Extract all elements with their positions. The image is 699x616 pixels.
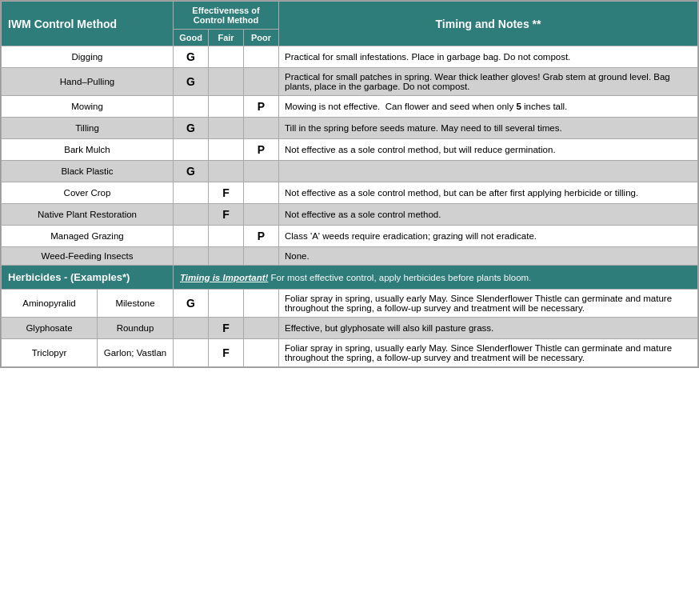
method-weedinsects: Weed-Feeding Insects bbox=[2, 247, 174, 266]
notes-handpulling: Practical for small patches in spring. W… bbox=[279, 68, 698, 96]
method-managedgrazing: Managed Grazing bbox=[2, 226, 174, 247]
herb-product-glyphosate: Roundup bbox=[98, 318, 174, 339]
herb-product-aminopyralid: Milestone bbox=[98, 290, 174, 318]
fair-aminopyralid bbox=[209, 290, 244, 318]
poor-tilling bbox=[244, 118, 279, 139]
notes-digging: Practical for small infestations. Place … bbox=[279, 46, 698, 68]
notes-nativeplant: Not effective as a sole control method. bbox=[279, 204, 698, 226]
fair-managedgrazing bbox=[209, 226, 244, 247]
herb-name-aminopyralid: Aminopyralid bbox=[2, 290, 98, 318]
row-managedgrazing: Managed Grazing P Class 'A' weeds requir… bbox=[2, 226, 698, 247]
timing-underline-em: Timing is Important! bbox=[180, 273, 268, 282]
herbicides-section-label: Herbicides - (Examples*) bbox=[2, 266, 174, 290]
fair-tilling bbox=[209, 118, 244, 139]
rating-mowing: P bbox=[244, 96, 279, 118]
header-poor: Poor bbox=[244, 30, 279, 46]
herb-product-triclopyr: Garlon; Vastlan bbox=[98, 339, 174, 367]
notes-glyphosate: Effective, but glyphosate will also kill… bbox=[279, 318, 698, 339]
notes-managedgrazing: Class 'A' weeds require eradication; gra… bbox=[279, 226, 698, 247]
poor-digging bbox=[244, 46, 279, 68]
method-digging: Digging bbox=[2, 46, 174, 68]
notes-tilling: Till in the spring before seeds mature. … bbox=[279, 118, 698, 139]
rating-blackplastic: G bbox=[174, 161, 209, 182]
method-barkmulch: Bark Mulch bbox=[2, 139, 174, 161]
timing-underline-text: Timing is Important! bbox=[180, 273, 268, 282]
poor-weedinsects bbox=[244, 247, 279, 266]
notes-blackplastic bbox=[279, 161, 698, 182]
rating-managedgrazing: P bbox=[244, 226, 279, 247]
method-mowing: Mowing bbox=[2, 96, 174, 118]
row-covercrop: Cover Crop F Not effective as a sole con… bbox=[2, 182, 698, 204]
notes-aminopyralid: Foliar spray in spring, usually early Ma… bbox=[279, 290, 698, 318]
fair-mowing bbox=[209, 96, 244, 118]
bold-5: 5 bbox=[516, 102, 521, 111]
fair-blackplastic bbox=[209, 161, 244, 182]
main-wrapper: IWM Control Method Effectiveness of Cont… bbox=[0, 0, 699, 368]
rating-glyphosate: F bbox=[209, 318, 244, 339]
notes-weedinsects: None. bbox=[279, 247, 698, 266]
timing-rest: For most effective control, apply herbic… bbox=[268, 273, 531, 282]
good-managedgrazing bbox=[174, 226, 209, 247]
fair-handpulling bbox=[209, 68, 244, 96]
fair-barkmulch bbox=[209, 139, 244, 161]
fair-weedinsects bbox=[209, 247, 244, 266]
method-tilling: Tilling bbox=[2, 118, 174, 139]
good-weedinsects bbox=[174, 247, 209, 266]
good-triclopyr bbox=[174, 339, 209, 367]
full-table: IWM Control Method Effectiveness of Cont… bbox=[1, 1, 698, 367]
poor-blackplastic bbox=[244, 161, 279, 182]
header-effectiveness-label: Effectiveness of Control Method bbox=[174, 2, 279, 30]
good-nativeplant bbox=[174, 204, 209, 226]
header-good: Good bbox=[174, 30, 209, 46]
row-barkmulch: Bark Mulch P Not effective as a sole con… bbox=[2, 139, 698, 161]
poor-triclopyr bbox=[244, 339, 279, 367]
method-handpulling: Hand–Pulling bbox=[2, 68, 174, 96]
herbicides-timing-note: Timing is Important! For most effective … bbox=[174, 266, 698, 290]
header-row-1: IWM Control Method Effectiveness of Cont… bbox=[2, 2, 698, 30]
row-aminopyralid: Aminopyralid Milestone G Foliar spray in… bbox=[2, 290, 698, 318]
row-nativeplant: Native Plant Restoration F Not effective… bbox=[2, 204, 698, 226]
good-mowing bbox=[174, 96, 209, 118]
rating-covercrop: F bbox=[209, 182, 244, 204]
good-glyphosate bbox=[174, 318, 209, 339]
notes-mowing: Mowing is not effective. Can flower and … bbox=[279, 96, 698, 118]
row-blackplastic: Black Plastic G bbox=[2, 161, 698, 182]
timing-underline: Timing is Important! bbox=[180, 273, 268, 282]
herb-name-triclopyr: Triclopyr bbox=[2, 339, 98, 367]
header-iwm-label: IWM Control Method bbox=[2, 2, 174, 46]
herbicides-divider-row: Herbicides - (Examples*) Timing is Impor… bbox=[2, 266, 698, 290]
row-weedinsects: Weed-Feeding Insects None. bbox=[2, 247, 698, 266]
good-barkmulch bbox=[174, 139, 209, 161]
row-mowing: Mowing P Mowing is not effective. Can fl… bbox=[2, 96, 698, 118]
header-timing-label: Timing and Notes ** bbox=[279, 2, 698, 46]
poor-handpulling bbox=[244, 68, 279, 96]
poor-nativeplant bbox=[244, 204, 279, 226]
rating-tilling: G bbox=[174, 118, 209, 139]
notes-triclopyr: Foliar spray in spring, usually early Ma… bbox=[279, 339, 698, 367]
rating-aminopyralid: G bbox=[174, 290, 209, 318]
rating-nativeplant: F bbox=[209, 204, 244, 226]
rating-barkmulch: P bbox=[244, 139, 279, 161]
method-nativeplant: Native Plant Restoration bbox=[2, 204, 174, 226]
row-tilling: Tilling G Till in the spring before seed… bbox=[2, 118, 698, 139]
method-covercrop: Cover Crop bbox=[2, 182, 174, 204]
good-covercrop bbox=[174, 182, 209, 204]
row-digging: Digging G Practical for small infestatio… bbox=[2, 46, 698, 68]
poor-aminopyralid bbox=[244, 290, 279, 318]
header-fair: Fair bbox=[209, 30, 244, 46]
rating-digging: G bbox=[174, 46, 209, 68]
poor-glyphosate bbox=[244, 318, 279, 339]
rating-triclopyr: F bbox=[209, 339, 244, 367]
herb-name-glyphosate: Glyphosate bbox=[2, 318, 98, 339]
rating-handpulling: G bbox=[174, 68, 209, 96]
poor-covercrop bbox=[244, 182, 279, 204]
row-handpulling: Hand–Pulling G Practical for small patch… bbox=[2, 68, 698, 96]
row-triclopyr: Triclopyr Garlon; Vastlan F Foliar spray… bbox=[2, 339, 698, 367]
row-glyphosate: Glyphosate Roundup F Effective, but glyp… bbox=[2, 318, 698, 339]
fair-digging bbox=[209, 46, 244, 68]
notes-barkmulch: Not effective as a sole control method, … bbox=[279, 139, 698, 161]
method-blackplastic: Black Plastic bbox=[2, 161, 174, 182]
notes-covercrop: Not effective as a sole control method, … bbox=[279, 182, 698, 204]
